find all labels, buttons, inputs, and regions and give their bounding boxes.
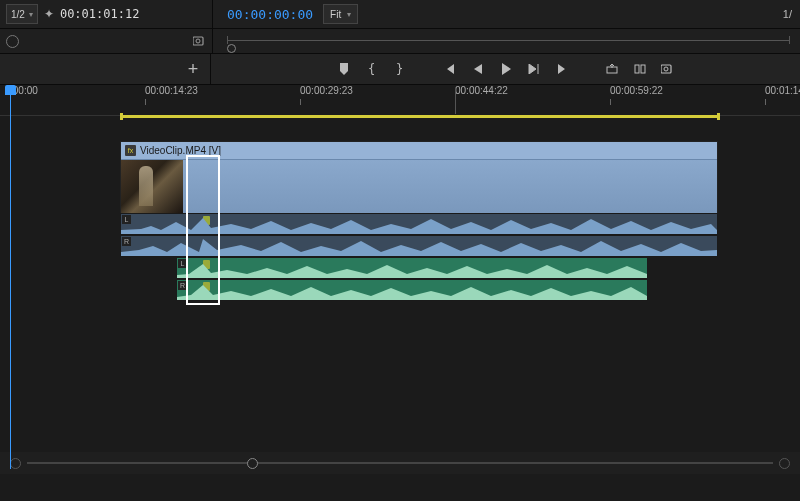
go-to-in-icon[interactable] — [443, 62, 457, 76]
step-back-icon[interactable] — [471, 62, 485, 76]
svg-rect-4 — [641, 65, 645, 73]
wrench-icon[interactable]: ✦ — [44, 7, 54, 21]
time-ruler[interactable]: :00:00 00:00:14:23 00:00:29:23 00:00:44:… — [0, 85, 800, 116]
audio-clip-external-l[interactable]: L — [176, 257, 648, 279]
export-frame-icon[interactable] — [661, 62, 675, 76]
fx-badge-icon: fx — [125, 145, 136, 156]
audio-clip-linked-r[interactable]: R — [120, 235, 718, 257]
program-mini-ruler[interactable] — [227, 40, 790, 41]
source-zoom-value: 1/2 — [11, 9, 25, 20]
audio-clip-external-r[interactable]: R — [176, 279, 648, 301]
playhead[interactable] — [10, 89, 11, 469]
program-zoom-value: Fit — [330, 9, 341, 20]
ruler-tick: 00:00:59:22 — [610, 85, 663, 96]
extract-icon[interactable] — [633, 62, 647, 76]
timeline-panel[interactable]: :00:00 00:00:14:23 00:00:29:23 00:00:44:… — [0, 85, 800, 474]
ruler-tick: 00:00:44:22 — [455, 85, 508, 96]
program-timecode[interactable]: 00:00:00:00 — [227, 7, 313, 22]
waveform — [121, 214, 717, 234]
ruler-major-tick — [455, 88, 456, 114]
marker-icon[interactable] — [337, 62, 351, 76]
clip-name-label: VideoClip.MP4 [V] — [140, 145, 221, 156]
svg-point-6 — [664, 67, 668, 71]
svg-rect-3 — [635, 65, 639, 73]
source-timecode[interactable]: 00:01:01:12 — [60, 7, 139, 21]
step-forward-icon[interactable] — [527, 62, 541, 76]
camera-icon[interactable] — [193, 36, 206, 46]
audio-clip-linked-l[interactable]: L — [120, 213, 718, 235]
ruler-tick: 00:00:29:23 — [300, 85, 353, 96]
source-zoom-select[interactable]: 1/2 — [6, 4, 38, 24]
program-zoom-select[interactable]: Fit — [323, 4, 358, 24]
lift-icon[interactable] — [605, 62, 619, 76]
go-to-out-icon[interactable] — [555, 62, 569, 76]
scroll-end-left[interactable] — [10, 458, 21, 469]
svg-rect-0 — [193, 37, 203, 45]
out-bracket-icon[interactable]: } — [393, 62, 407, 76]
scroll-end-right[interactable] — [779, 458, 790, 469]
right-zoom-label: 1/ — [752, 0, 800, 28]
play-icon[interactable] — [499, 62, 513, 76]
clip-thumbnail — [121, 160, 183, 213]
ruler-tick: 00:01:14:22 — [765, 85, 800, 96]
in-bracket-icon[interactable]: { — [365, 62, 379, 76]
program-mini-handle[interactable] — [227, 44, 236, 53]
video-clip[interactable]: fx VideoClip.MP4 [V] — [120, 141, 718, 213]
timeline-zoom-scrollbar[interactable] — [0, 452, 800, 474]
add-button[interactable]: + — [186, 62, 200, 76]
scroll-thumb[interactable] — [247, 458, 258, 469]
work-area-bar[interactable] — [120, 115, 720, 118]
ring-icon — [6, 35, 19, 48]
svg-point-1 — [196, 39, 200, 43]
waveform — [177, 258, 647, 278]
waveform — [121, 236, 717, 256]
svg-rect-5 — [661, 65, 671, 73]
ruler-tick: 00:00:14:23 — [145, 85, 198, 96]
waveform — [177, 280, 647, 300]
